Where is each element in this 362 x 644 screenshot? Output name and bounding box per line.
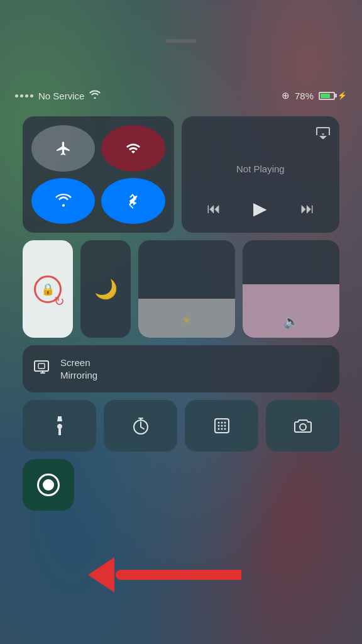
sliders-container: ☀ 🔈 xyxy=(138,240,339,338)
cellular-data-button[interactable] xyxy=(101,125,165,172)
battery-icon-container: ⚡ xyxy=(319,91,347,100)
camera-button[interactable] xyxy=(266,400,339,452)
now-playing-panel: Not Playing ⏮ ▶ ⏭ xyxy=(182,116,339,233)
svg-rect-1 xyxy=(38,364,45,369)
signal-dots xyxy=(15,94,33,97)
control-center: ✓ Not Playing ⏮ ▶ ⏭ 🔒 xyxy=(23,116,339,511)
brightness-icon: ☀ xyxy=(180,313,193,329)
svg-point-8 xyxy=(221,425,222,427)
battery-percent: 78% xyxy=(295,91,314,101)
lock-icon: 🔒 xyxy=(41,282,55,296)
red-arrow xyxy=(88,557,241,592)
lock-rotation-icon: 🔒 xyxy=(34,275,62,303)
charging-bolt-icon: ⚡ xyxy=(337,91,347,100)
no-service-label: No Service xyxy=(38,91,84,101)
svg-rect-0 xyxy=(35,361,48,371)
svg-point-9 xyxy=(224,425,226,427)
status-left: No Service xyxy=(15,90,101,101)
arrow-body xyxy=(116,570,241,580)
svg-point-7 xyxy=(217,425,219,427)
now-playing-title: Not Playing xyxy=(190,164,331,174)
row-connectivity-nowplaying: ✓ Not Playing ⏮ ▶ ⏭ xyxy=(23,116,339,233)
screen-mirroring-button[interactable]: ScreenMirroring xyxy=(23,345,339,392)
volume-icon: 🔈 xyxy=(283,314,299,329)
record-circle-icon xyxy=(37,474,60,496)
svg-point-12 xyxy=(224,428,226,430)
night-shift-button[interactable]: 🌙 xyxy=(80,240,131,338)
lock-rotation-button[interactable]: 🔒 xyxy=(23,240,73,338)
row-modes-sliders: 🔒 🌙 ☀ 🔈 xyxy=(23,240,339,338)
battery-fill xyxy=(321,94,330,98)
rotation-lock-icon: ⊕ xyxy=(282,90,290,101)
playback-controls: ⏮ ▶ ⏭ xyxy=(190,193,331,224)
svg-point-13 xyxy=(300,424,306,430)
row-quick-actions xyxy=(23,400,339,452)
play-button[interactable]: ▶ xyxy=(253,198,267,219)
battery-icon xyxy=(319,92,335,100)
bluetooth-button[interactable]: ✓ xyxy=(101,178,165,225)
connectivity-panel: ✓ xyxy=(23,116,174,233)
screen-mirroring-label: ScreenMirroring xyxy=(60,357,97,381)
svg-point-4 xyxy=(217,422,219,424)
now-playing-header xyxy=(190,125,331,142)
pull-handle[interactable] xyxy=(165,39,197,43)
rewind-button[interactable]: ⏮ xyxy=(207,201,221,217)
wifi-toggle-button[interactable] xyxy=(31,178,95,225)
svg-point-10 xyxy=(217,428,219,430)
screen-mirror-icon xyxy=(34,360,52,378)
row-screen-mirroring: ScreenMirroring xyxy=(23,345,339,392)
airplay-icon[interactable] xyxy=(315,125,331,142)
volume-fill xyxy=(243,284,339,338)
timer-button[interactable] xyxy=(104,400,177,452)
record-dot xyxy=(43,479,54,491)
arrow-head xyxy=(88,557,114,592)
calculator-button[interactable] xyxy=(185,400,258,452)
status-right: ⊕ 78% ⚡ xyxy=(282,90,347,101)
airplane-mode-button[interactable] xyxy=(31,125,95,172)
svg-point-6 xyxy=(224,422,226,424)
flashlight-button[interactable] xyxy=(23,400,96,452)
arrow-container xyxy=(88,557,241,592)
row-screen-record xyxy=(23,459,339,511)
brightness-slider[interactable]: ☀ xyxy=(138,240,235,338)
fast-forward-button[interactable]: ⏭ xyxy=(300,201,314,217)
svg-point-5 xyxy=(221,422,222,424)
wifi-status-icon xyxy=(89,90,101,101)
screen-record-button[interactable] xyxy=(23,459,74,511)
status-bar: No Service ⊕ 78% ⚡ xyxy=(0,82,362,109)
volume-slider[interactable]: 🔈 xyxy=(243,240,339,338)
svg-point-11 xyxy=(221,428,222,430)
moon-icon: 🌙 xyxy=(94,278,118,300)
